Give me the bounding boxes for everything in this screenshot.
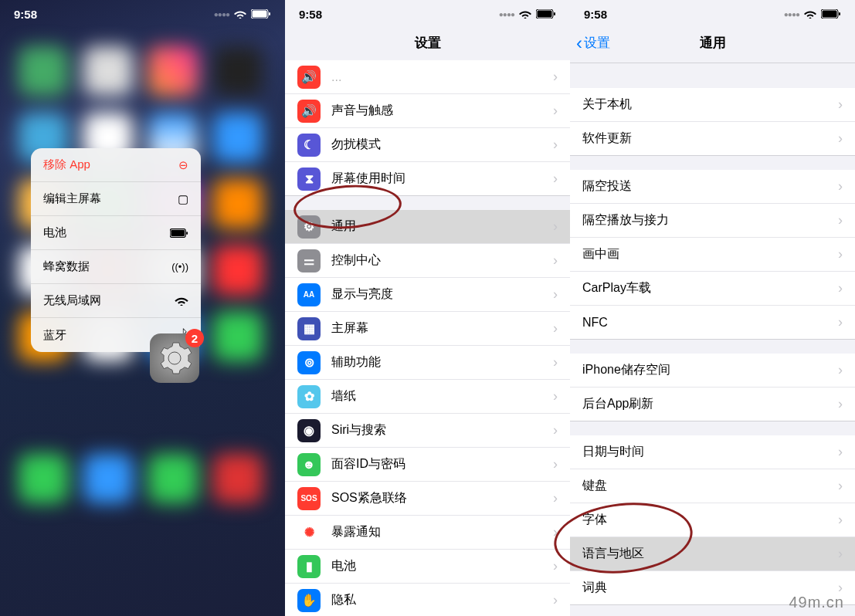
hand-icon: ✋ [297, 589, 321, 612]
chevron-right-icon: › [553, 388, 558, 404]
row-label: 语言与地区 [582, 546, 838, 562]
switches-icon: ⚌ [297, 249, 321, 272]
chevron-right-icon: › [838, 546, 843, 562]
chevron-right-icon: › [553, 558, 558, 574]
cellular-dots-icon: ●●●● [499, 10, 514, 19]
menu-cellular[interactable]: 蜂窝数据 ((•)) [31, 250, 201, 284]
general-row[interactable]: 软件更新 › [570, 122, 855, 156]
menu-battery[interactable]: 电池 [31, 216, 201, 250]
chevron-right-icon: › [838, 212, 843, 228]
menu-label: 蜂窝数据 [43, 259, 90, 274]
row-label: 隔空播放与接力 [582, 212, 838, 228]
settings-list[interactable]: 🔊...› 🔊 声音与触感 › ☾ 勿扰模式 › ⧗ 屏幕使用时间 › ⚙ 通用… [285, 60, 570, 616]
general-row[interactable]: 隔空投送 › [570, 170, 855, 204]
chevron-right-icon: › [553, 354, 558, 371]
chevron-right-icon: › [553, 490, 558, 506]
general-row[interactable]: 键盘 › [570, 469, 855, 503]
chevron-right-icon: › [553, 286, 558, 303]
svg-rect-11 [839, 12, 840, 15]
sound-icon: 🔊 [297, 66, 321, 89]
menu-label: 移除 App [43, 157, 90, 172]
settings-row[interactable]: ▦ 主屏幕 › [285, 312, 570, 346]
status-bar: 9:58 ●●●● [285, 0, 570, 23]
settings-row[interactable]: ☾ 勿扰模式 › [285, 128, 570, 162]
row-label: 勿扰模式 [331, 137, 553, 153]
settings-row[interactable]: ⊚ 辅助功能 › [285, 346, 570, 380]
edit-home-icon: ▢ [178, 192, 188, 206]
settings-app-icon[interactable]: 2 [150, 333, 199, 383]
battery-icon [536, 9, 556, 19]
settings-row[interactable]: ◉ Siri与搜索 › [285, 414, 570, 448]
row-label: 主屏幕 [331, 320, 553, 337]
row-label: 电池 [331, 558, 553, 574]
row-label: 键盘 [582, 478, 838, 494]
row-label: 画中画 [582, 246, 838, 262]
hourglass-icon: ⧗ [297, 168, 321, 191]
row-label: Siri与搜索 [331, 422, 553, 438]
menu-label: 编辑主屏幕 [43, 191, 101, 206]
general-row[interactable]: iPhone储存空间 › [570, 354, 855, 388]
chevron-right-icon: › [838, 130, 843, 147]
settings-row[interactable]: ⚌ 控制中心 › [285, 244, 570, 278]
row-label: 声音与触感 [331, 103, 553, 119]
row-label: 墙纸 [331, 388, 553, 404]
chevron-right-icon: › [553, 252, 558, 269]
settings-row[interactable]: ⧗ 屏幕使用时间 › [285, 162, 570, 196]
settings-row[interactable]: 🔊 声音与触感 › [285, 94, 570, 128]
back-label: 设置 [584, 34, 610, 52]
general-row[interactable]: 语言与地区 › [570, 537, 855, 571]
menu-remove-app[interactable]: 移除 App ⊖ [31, 148, 201, 182]
svg-rect-10 [823, 11, 837, 18]
row-label: 暴露通知 [331, 524, 553, 540]
row-label: 软件更新 [582, 130, 838, 147]
svg-rect-8 [554, 12, 555, 15]
status-time: 9:58 [299, 8, 322, 21]
back-button[interactable]: ‹ 设置 [576, 32, 610, 54]
watermark: 49m.cn [789, 594, 844, 611]
menu-label: 蓝牙 [43, 328, 66, 343]
row-label: 字体 [582, 512, 838, 528]
row-label: 隐私 [331, 592, 553, 608]
menu-edit-home[interactable]: 编辑主屏幕 ▢ [31, 182, 201, 216]
general-row[interactable]: NFC › [570, 306, 855, 340]
row-label: 通用 [331, 218, 553, 235]
row-label: 面容ID与密码 [331, 456, 553, 472]
row-label: CarPlay车载 [582, 280, 838, 296]
nav-bar: 设置 [285, 23, 570, 63]
settings-row[interactable]: 🔊...› [285, 60, 570, 94]
chevron-right-icon: › [838, 396, 843, 412]
svg-rect-7 [538, 11, 552, 18]
general-row[interactable]: 隔空播放与接力 › [570, 204, 855, 238]
general-row[interactable]: 后台App刷新 › [570, 388, 855, 421]
settings-row[interactable]: ⚙ 通用 › [285, 210, 570, 244]
chevron-right-icon: › [838, 280, 843, 296]
person-icon: ⊚ [297, 351, 321, 374]
settings-row[interactable]: ✿ 墙纸 › [285, 380, 570, 414]
battery-icon [170, 228, 188, 238]
general-row[interactable]: 画中画 › [570, 238, 855, 272]
settings-row[interactable]: ▮ 电池 › [285, 550, 570, 584]
settings-row[interactable]: SOS SOS紧急联络 › [285, 482, 570, 516]
row-label: 日期与时间 [582, 444, 838, 460]
settings-row[interactable]: ☻ 面容ID与密码 › [285, 448, 570, 482]
status-indicators: ●●●● [499, 9, 556, 19]
general-row[interactable]: CarPlay车载 › [570, 272, 855, 306]
general-list[interactable]: 关于本机 › 软件更新 › 隔空投送 › 隔空播放与接力 › 画中画 › Car… [570, 63, 855, 605]
general-row[interactable]: 字体 › [570, 503, 855, 537]
settings-row[interactable]: ✋ 隐私 › [285, 584, 570, 616]
chevron-right-icon: › [553, 320, 558, 337]
row-label: 后台App刷新 [582, 396, 838, 412]
settings-row[interactable]: ✺ 暴露通知 › [285, 516, 570, 550]
chevron-right-icon: › [553, 456, 558, 472]
notification-badge: 2 [185, 329, 204, 347]
battery-icon [821, 9, 841, 19]
row-label: NFC [582, 316, 838, 330]
svg-rect-5 [186, 232, 188, 235]
SOS-icon: SOS [297, 487, 321, 510]
menu-wifi[interactable]: 无线局域网 [31, 284, 201, 318]
general-row[interactable]: 日期与时间 › [570, 435, 855, 469]
general-row[interactable]: 关于本机 › [570, 88, 855, 122]
row-label: iPhone储存空间 [582, 362, 838, 378]
settings-row[interactable]: AA 显示与亮度 › [285, 278, 570, 312]
chevron-right-icon: › [553, 524, 558, 540]
